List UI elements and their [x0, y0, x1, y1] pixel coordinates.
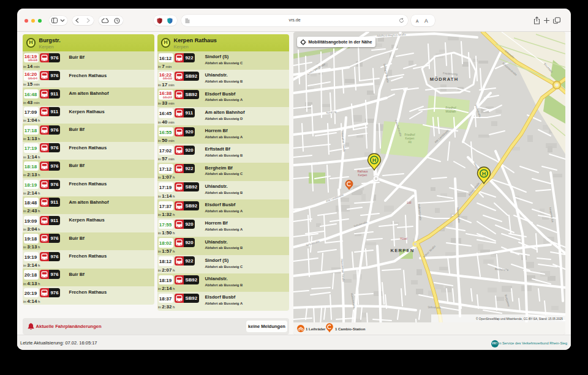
svg-text:Friedhof: Friedhof [405, 133, 416, 136]
svg-text:H: H [372, 157, 377, 163]
svg-text:Kerpen: Kerpen [358, 174, 368, 177]
svg-text:Alt: Alt [408, 141, 412, 144]
svg-text:Hövel: Hövel [400, 237, 407, 240]
svg-text:Kerpen: Kerpen [405, 137, 415, 140]
svg-text:Mödrath: Mödrath [446, 110, 456, 113]
svg-text:1 Leihräder: 1 Leihräder [306, 327, 326, 331]
svg-text:Friedhof: Friedhof [446, 106, 457, 110]
svg-text:H: H [482, 171, 486, 177]
svg-text:MÖDRATH: MÖDRATH [430, 76, 459, 82]
svg-text:Lidl: Lidl [407, 201, 411, 204]
svg-text:© OpenStreetMap und Mitwirkend: © OpenStreetMap und Mitwirkende, CC-BY-S… [476, 317, 563, 321]
svg-text:KERPEN: KERPEN [391, 248, 415, 253]
svg-text:Rathaus: Rathaus [357, 170, 368, 173]
svg-text:1 Cambio-Station: 1 Cambio-Station [335, 327, 366, 331]
